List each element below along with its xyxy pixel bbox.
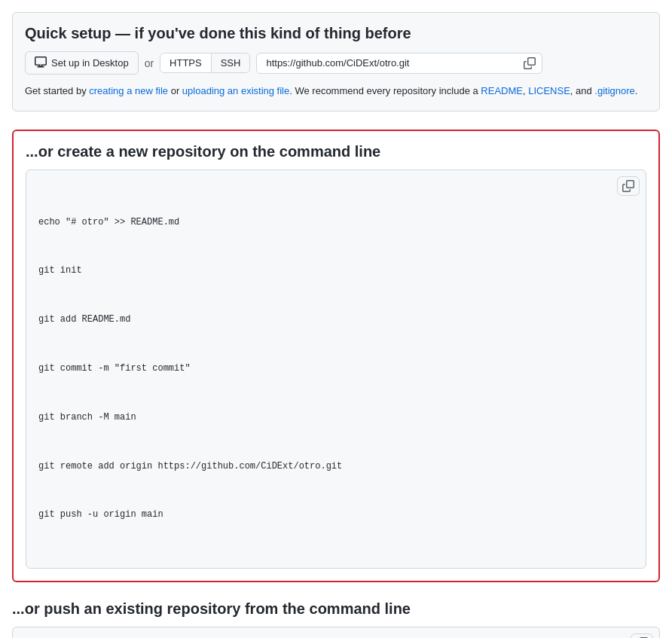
setup-description: Get started by creating a new file or up… [25, 84, 647, 99]
new-repo-title: ...or create a new repository on the com… [26, 143, 646, 160]
gitignore-link[interactable]: .gitignore [594, 85, 634, 96]
repo-url-container: https://github.com/CiDExt/otro.git [256, 53, 542, 74]
new-repo-section: ...or create a new repository on the com… [12, 130, 660, 583]
readme-link[interactable]: README [481, 85, 523, 96]
new-repo-code-block: echo "# otro" >> README.md git init git … [26, 169, 646, 569]
code-line-1: echo "# otro" >> README.md [38, 215, 609, 231]
push-existing-title: ...or push an existing repository from t… [12, 600, 660, 618]
setup-desktop-label: Set up in Desktop [51, 57, 129, 69]
license-link[interactable]: LICENSE [528, 85, 570, 96]
copy-icon [524, 57, 536, 69]
upload-file-link[interactable]: uploading an existing file [182, 85, 289, 96]
or-separator: or [145, 57, 154, 69]
quick-setup-controls: Set up in Desktop or HTTPS SSH https://g… [25, 51, 647, 75]
repo-url-text: https://github.com/CiDExt/otro.git [257, 53, 518, 72]
code-line-6: git remote add origin https://github.com… [38, 459, 609, 475]
copy-url-button[interactable] [518, 53, 542, 73]
new-file-link[interactable]: creating a new file [89, 85, 168, 96]
code-line-5: git branch -M main [38, 410, 609, 426]
copy-new-repo-button[interactable] [617, 176, 640, 196]
code-line-3: git add README.md [38, 312, 609, 328]
quick-setup-title: Quick setup — if you've done this kind o… [25, 25, 647, 42]
copy-push-existing-button[interactable] [631, 633, 653, 638]
code-line-7: git push -u origin main [38, 507, 609, 524]
protocol-group: HTTPS SSH [160, 53, 250, 73]
code-line-2: git init [38, 263, 609, 279]
https-button[interactable]: HTTPS [160, 53, 212, 72]
copy-icon [622, 180, 634, 192]
ssh-button[interactable]: SSH [212, 53, 250, 72]
push-existing-section: ...or push an existing repository from t… [12, 600, 660, 638]
new-repo-code: echo "# otro" >> README.md git init git … [38, 182, 609, 557]
setup-desktop-button[interactable]: Set up in Desktop [25, 51, 139, 75]
code-line-4: git commit -m "first commit" [38, 361, 609, 377]
quick-setup-section: Quick setup — if you've done this kind o… [12, 12, 660, 111]
push-existing-code-block: git remote add origin https://github.com… [12, 627, 660, 638]
desktop-icon [35, 56, 47, 70]
